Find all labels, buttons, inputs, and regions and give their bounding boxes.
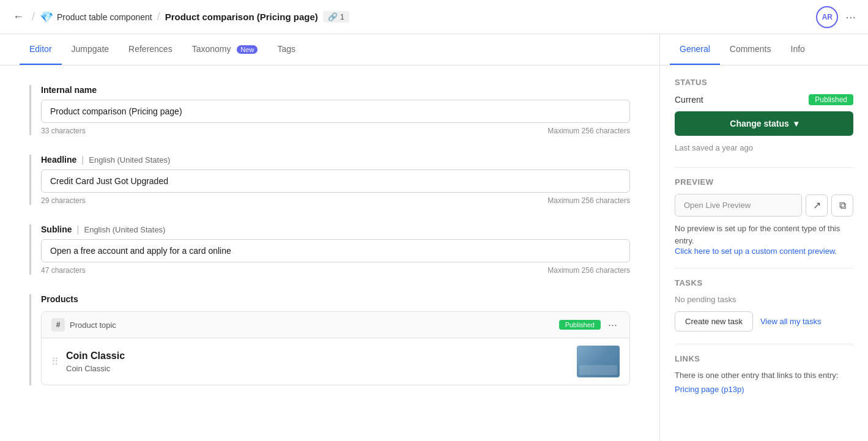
status-section-title: Status — [675, 78, 853, 87]
headline-max-chars: Maximum 256 characters — [547, 196, 630, 205]
divider-3 — [675, 344, 853, 344]
subline-meta: 47 characters Maximum 256 characters — [41, 266, 630, 275]
sidebar-tab-info[interactable]: Info — [781, 34, 815, 65]
main-tabs: Editor Jumpgate References Taxonomy New … — [0, 34, 659, 65]
current-label: Current — [675, 95, 703, 105]
view-tasks-button[interactable]: View all my tasks — [760, 311, 821, 332]
tab-editor[interactable]: Editor — [20, 34, 62, 65]
status-row: Current Published — [675, 94, 853, 105]
subline-max-chars: Maximum 256 characters — [547, 266, 630, 275]
divider-2 — [675, 268, 853, 269]
subline-section: Subline | English (United States) 47 cha… — [29, 224, 630, 275]
create-task-button[interactable]: Create new task — [675, 311, 753, 332]
internal-name-label: Internal name — [41, 85, 630, 95]
headline-label: Headline | English (United States) — [41, 155, 630, 165]
no-tasks-label: No pending tasks — [675, 295, 853, 304]
product-info: Coin Classic Coin Classic — [66, 350, 569, 373]
products-label: Products — [41, 294, 630, 304]
product-card: # Product topic Published ··· ⠿ Coin Cla… — [41, 311, 630, 385]
product-name: Coin Classic — [66, 350, 569, 361]
copy-link-button[interactable]: ⧉ — [831, 195, 853, 217]
divider-1 — [675, 167, 853, 168]
internal-name-char-count: 33 characters — [41, 127, 86, 135]
headline-section: Headline | English (United States) 29 ch… — [29, 155, 630, 205]
internal-name-input[interactable] — [41, 100, 630, 123]
tab-jumpgate[interactable]: Jumpgate — [62, 34, 119, 65]
sidebar-tab-general[interactable]: General — [670, 34, 720, 65]
tab-references[interactable]: References — [119, 34, 182, 65]
headline-meta: 29 characters Maximum 256 characters — [41, 196, 630, 205]
link-icon: 🔗 — [328, 12, 338, 21]
setup-preview-link[interactable]: Click here to set up a custom content pr… — [675, 246, 853, 256]
sidebar-tab-comments[interactable]: Comments — [720, 34, 781, 65]
drag-handle-icon[interactable]: ⠿ — [51, 356, 59, 368]
editor-content: Internal name 33 characters Maximum 256 … — [0, 65, 659, 424]
breadcrumb-separator-2: / — [157, 10, 160, 23]
products-section: Products # Product topic Published ··· ⠿… — [29, 294, 630, 385]
internal-name-max-chars: Maximum 256 characters — [547, 127, 630, 135]
app-logo-icon: 💎 — [40, 10, 53, 24]
tasks-section-title: Tasks — [675, 278, 853, 287]
product-card-header: # Product topic Published ··· — [42, 312, 629, 338]
preview-note: No preview is set up for the content typ… — [675, 223, 853, 246]
breadcrumb-separator: / — [32, 10, 35, 23]
product-type-label: Product topic — [70, 321, 554, 330]
change-status-chevron-icon: ▾ — [794, 119, 798, 128]
open-live-preview-input[interactable]: Open Live Preview — [675, 194, 802, 217]
preview-section-title: Preview — [675, 177, 853, 187]
link-count: 1 — [340, 12, 344, 21]
external-link-button[interactable]: ↗ — [806, 195, 828, 217]
change-status-button[interactable]: Change status ▾ — [675, 111, 853, 136]
links-section: Links There is one other entry that link… — [675, 354, 853, 394]
headline-locale: English (United States) — [89, 155, 170, 165]
links-section-title: Links — [675, 354, 853, 363]
link-badge[interactable]: 🔗 1 — [323, 11, 349, 23]
product-status-badge: Published — [559, 320, 601, 330]
taxonomy-new-badge: New — [237, 45, 258, 54]
product-thumbnail — [577, 346, 620, 377]
last-saved: Last saved a year ago — [675, 143, 853, 152]
tasks-section: Tasks No pending tasks Create new task V… — [675, 278, 853, 332]
product-type-icon: # — [51, 318, 65, 332]
subline-label: Subline | English (United States) — [41, 224, 630, 234]
sidebar: General Comments Info Status Current Pub… — [660, 34, 868, 441]
sidebar-tabs: General Comments Info — [660, 34, 868, 65]
preview-input-row: Open Live Preview ↗ ⧉ — [675, 194, 853, 217]
status-section: Status Current Published Change status ▾… — [675, 78, 853, 152]
layout: Editor Jumpgate References Taxonomy New … — [0, 34, 868, 441]
sidebar-content: Status Current Published Change status ▾… — [660, 65, 868, 421]
task-buttons: Create new task View all my tasks — [675, 311, 853, 332]
tab-tags[interactable]: Tags — [267, 34, 305, 65]
page-title: Product comparison (Pricing page) — [165, 12, 318, 22]
headline-char-count: 29 characters — [41, 196, 86, 205]
pricing-page-link[interactable]: Pricing page (p13p) — [675, 385, 853, 394]
main-panel: Editor Jumpgate References Taxonomy New … — [0, 34, 660, 441]
preview-section: Preview Open Live Preview ↗ ⧉ No preview… — [675, 177, 853, 256]
headline-input[interactable] — [41, 169, 630, 193]
subline-locale: English (United States) — [84, 225, 165, 234]
app-name-label: Product table component — [57, 12, 152, 22]
status-badge: Published — [809, 94, 853, 105]
app-name-breadcrumb[interactable]: 💎 Product table component — [40, 10, 152, 24]
product-more-button[interactable]: ··· — [606, 319, 620, 332]
more-menu-button[interactable]: ··· — [843, 7, 858, 26]
subline-char-count: 47 characters — [41, 266, 86, 275]
headline-sep: | — [81, 155, 84, 165]
topbar: ← / 💎 Product table component / Product … — [0, 0, 868, 34]
product-row: ⠿ Coin Classic Coin Classic — [42, 338, 629, 385]
internal-name-section: Internal name 33 characters Maximum 256 … — [29, 85, 630, 135]
subline-input[interactable] — [41, 239, 630, 262]
product-sub: Coin Classic — [66, 364, 569, 373]
internal-name-meta: 33 characters Maximum 256 characters — [41, 127, 630, 135]
change-status-label: Change status — [730, 119, 788, 128]
tab-taxonomy[interactable]: Taxonomy New — [182, 34, 268, 65]
subline-sep: | — [77, 224, 80, 234]
back-button[interactable]: ← — [10, 9, 27, 26]
avatar[interactable]: AR — [816, 6, 838, 28]
links-text: There is one other entry that links to t… — [675, 371, 853, 380]
